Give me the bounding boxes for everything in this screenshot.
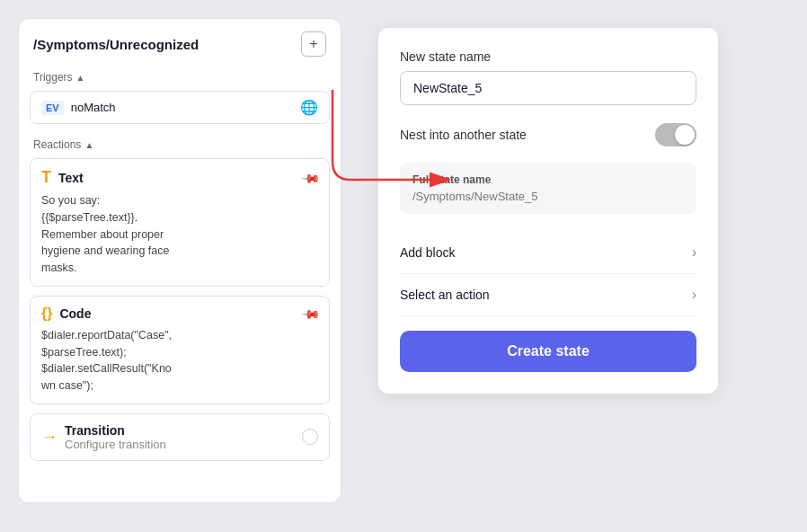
- code-icon: {}: [41, 306, 52, 322]
- left-panel: /Symptoms/Unrecognized + Triggers ▲ EV n…: [18, 18, 341, 503]
- transition-card[interactable]: → Transition Configure transition: [30, 413, 330, 461]
- code-reaction-card: {} Code 📌 $dialer.reportData("Case", $pa…: [30, 296, 330, 404]
- right-panel: New state name Nest into another state F…: [377, 27, 719, 395]
- pin-icon-2[interactable]: 📌: [300, 303, 321, 324]
- reactions-collapse-arrow[interactable]: ▲: [84, 140, 93, 150]
- toggle-knob: [675, 125, 695, 145]
- panel-title: /Symptoms/Unrecognized: [33, 37, 199, 52]
- nest-row: Nest into another state: [400, 123, 696, 146]
- nest-label: Nest into another state: [400, 128, 527, 142]
- full-state-label: Full state name: [412, 173, 684, 186]
- ev-badge: EV: [41, 101, 64, 115]
- triggers-section-label: Triggers ▲: [19, 66, 341, 87]
- state-name-label: New state name: [400, 49, 696, 64]
- transition-radio[interactable]: [302, 429, 318, 445]
- triggers-collapse-arrow[interactable]: ▲: [76, 73, 85, 83]
- select-action-label: Select an action: [400, 288, 490, 302]
- text-card-body: So you say: {{$parseTree.text}}. Remembe…: [41, 192, 318, 277]
- state-name-input[interactable]: [400, 71, 696, 105]
- transition-title: Transition: [65, 423, 166, 438]
- main-container: /Symptoms/Unrecognized + Triggers ▲ EV n…: [0, 0, 807, 532]
- transition-configure-label: Configure transition: [65, 438, 166, 451]
- text-icon: T: [41, 168, 51, 187]
- text-reaction-card: T Text 📌 So you say: {{$parseTree.text}}…: [30, 158, 330, 287]
- text-card-title: Text: [58, 171, 84, 185]
- select-action-row[interactable]: Select an action ›: [400, 274, 696, 316]
- trigger-name: noMatch: [71, 101, 116, 114]
- add-block-chevron: ›: [692, 244, 696, 261]
- full-state-box: Full state name /Symptoms/NewState_5: [400, 163, 696, 214]
- add-button[interactable]: +: [301, 31, 326, 57]
- create-state-button[interactable]: Create state: [400, 331, 696, 372]
- nest-toggle[interactable]: [655, 123, 696, 146]
- pin-icon[interactable]: 📌: [300, 167, 321, 188]
- reactions-section-label: Reactions ▲: [19, 133, 341, 155]
- add-block-row[interactable]: Add block ›: [400, 232, 696, 274]
- code-card-body: $dialer.reportData("Case", $parseTree.te…: [41, 327, 318, 395]
- code-card-title: Code: [59, 306, 91, 321]
- full-state-value: /Symptoms/NewState_5: [412, 190, 684, 203]
- trigger-item[interactable]: EV noMatch 🌐: [30, 91, 330, 124]
- transition-arrow-icon: →: [41, 428, 58, 447]
- panel-header: /Symptoms/Unrecognized +: [19, 19, 341, 66]
- select-action-chevron: ›: [692, 287, 696, 303]
- add-block-label: Add block: [400, 245, 455, 260]
- globe-icon: 🌐: [300, 99, 318, 116]
